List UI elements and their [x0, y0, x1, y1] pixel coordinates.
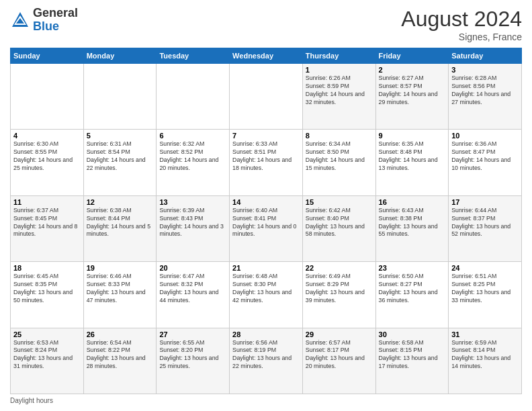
day-info: Sunrise: 6:38 AMSunset: 8:44 PMDaylight:…	[87, 207, 154, 239]
day-info: Sunrise: 6:55 AMSunset: 8:20 PMDaylight:…	[159, 339, 226, 371]
day-info: Sunrise: 6:26 AMSunset: 8:59 PMDaylight:…	[306, 75, 373, 107]
day-number: 12	[87, 198, 154, 206]
calendar-cell: 31Sunrise: 6:59 AMSunset: 8:14 PMDayligh…	[449, 328, 522, 394]
calendar-cell: 11Sunrise: 6:37 AMSunset: 8:45 PMDayligh…	[11, 195, 84, 261]
logo-text: General Blue	[33, 7, 78, 34]
calendar-cell	[157, 64, 230, 130]
calendar-cell: 20Sunrise: 6:47 AMSunset: 8:32 PMDayligh…	[157, 262, 230, 328]
day-info: Sunrise: 6:50 AMSunset: 8:27 PMDaylight:…	[379, 273, 446, 305]
day-info: Sunrise: 6:44 AMSunset: 8:37 PMDaylight:…	[451, 207, 519, 239]
day-number: 16	[379, 198, 446, 206]
location: Signes, France	[401, 32, 522, 42]
day-number: 9	[379, 132, 446, 140]
day-info: Sunrise: 6:40 AMSunset: 8:41 PMDaylight:…	[232, 207, 300, 239]
calendar-header-wednesday: Wednesday	[230, 48, 303, 64]
day-number: 29	[306, 330, 373, 338]
day-number: 26	[87, 330, 154, 338]
day-info: Sunrise: 6:58 AMSunset: 8:15 PMDaylight:…	[379, 339, 446, 371]
day-info: Sunrise: 6:39 AMSunset: 8:43 PMDaylight:…	[159, 207, 226, 239]
day-number: 21	[232, 264, 300, 272]
calendar-header-friday: Friday	[375, 48, 449, 64]
calendar-cell: 7Sunrise: 6:33 AMSunset: 8:51 PMDaylight…	[230, 130, 303, 195]
day-info: Sunrise: 6:37 AMSunset: 8:45 PMDaylight:…	[13, 207, 81, 239]
day-info: Sunrise: 6:54 AMSunset: 8:22 PMDaylight:…	[87, 339, 154, 371]
footer-note: Daylight hours	[10, 397, 522, 404]
calendar-cell	[83, 64, 157, 130]
day-number: 22	[306, 264, 373, 272]
day-info: Sunrise: 6:42 AMSunset: 8:40 PMDaylight:…	[306, 207, 373, 239]
calendar-cell: 26Sunrise: 6:54 AMSunset: 8:22 PMDayligh…	[83, 328, 157, 394]
day-info: Sunrise: 6:47 AMSunset: 8:32 PMDaylight:…	[159, 273, 226, 305]
calendar-cell: 24Sunrise: 6:51 AMSunset: 8:25 PMDayligh…	[449, 262, 522, 328]
day-info: Sunrise: 6:57 AMSunset: 8:17 PMDaylight:…	[306, 339, 373, 371]
calendar-header-row: SundayMondayTuesdayWednesdayThursdayFrid…	[11, 48, 522, 64]
logo-general: General	[33, 6, 78, 19]
calendar-cell: 2Sunrise: 6:27 AMSunset: 8:57 PMDaylight…	[375, 64, 449, 130]
day-number: 23	[379, 264, 446, 272]
calendar-week-5: 25Sunrise: 6:53 AMSunset: 8:24 PMDayligh…	[11, 328, 522, 394]
calendar-week-3: 11Sunrise: 6:37 AMSunset: 8:45 PMDayligh…	[11, 195, 522, 261]
day-number: 18	[13, 264, 81, 272]
day-number: 10	[451, 132, 519, 140]
day-number: 28	[232, 330, 300, 338]
day-info: Sunrise: 6:34 AMSunset: 8:50 PMDaylight:…	[306, 140, 373, 173]
day-number: 13	[159, 198, 226, 206]
calendar-cell: 8Sunrise: 6:34 AMSunset: 8:50 PMDaylight…	[302, 130, 375, 195]
calendar-header-saturday: Saturday	[449, 48, 522, 64]
day-info: Sunrise: 6:28 AMSunset: 8:56 PMDaylight:…	[451, 75, 519, 107]
day-number: 11	[13, 198, 81, 206]
day-info: Sunrise: 6:32 AMSunset: 8:52 PMDaylight:…	[159, 140, 226, 173]
calendar-header-thursday: Thursday	[302, 48, 375, 64]
logo-blue: Blue	[33, 19, 59, 33]
day-number: 14	[232, 198, 300, 206]
calendar-cell	[230, 64, 303, 130]
calendar-cell: 13Sunrise: 6:39 AMSunset: 8:43 PMDayligh…	[157, 195, 230, 261]
day-number: 19	[87, 264, 154, 272]
day-info: Sunrise: 6:43 AMSunset: 8:38 PMDaylight:…	[379, 207, 446, 239]
calendar-header-monday: Monday	[83, 48, 157, 64]
day-info: Sunrise: 6:51 AMSunset: 8:25 PMDaylight:…	[451, 273, 519, 305]
calendar-cell: 10Sunrise: 6:36 AMSunset: 8:47 PMDayligh…	[449, 130, 522, 195]
day-info: Sunrise: 6:27 AMSunset: 8:57 PMDaylight:…	[379, 75, 446, 107]
day-number: 1	[306, 66, 373, 74]
day-info: Sunrise: 6:36 AMSunset: 8:47 PMDaylight:…	[451, 140, 519, 173]
calendar-week-1: 1Sunrise: 6:26 AMSunset: 8:59 PMDaylight…	[11, 64, 522, 130]
day-info: Sunrise: 6:46 AMSunset: 8:33 PMDaylight:…	[87, 273, 154, 305]
day-number: 25	[13, 330, 81, 338]
day-number: 27	[159, 330, 226, 338]
calendar-header-tuesday: Tuesday	[157, 48, 230, 64]
day-number: 24	[451, 264, 519, 272]
calendar-cell: 3Sunrise: 6:28 AMSunset: 8:56 PMDaylight…	[449, 64, 522, 130]
day-number: 7	[232, 132, 300, 140]
logo: General Blue	[10, 7, 78, 34]
day-info: Sunrise: 6:49 AMSunset: 8:29 PMDaylight:…	[306, 273, 373, 305]
calendar-cell: 5Sunrise: 6:31 AMSunset: 8:54 PMDaylight…	[83, 130, 157, 195]
calendar-header-sunday: Sunday	[11, 48, 84, 64]
calendar-cell: 21Sunrise: 6:48 AMSunset: 8:30 PMDayligh…	[230, 262, 303, 328]
calendar-cell: 4Sunrise: 6:30 AMSunset: 8:55 PMDaylight…	[11, 130, 84, 195]
day-number: 5	[87, 132, 154, 140]
calendar-cell: 25Sunrise: 6:53 AMSunset: 8:24 PMDayligh…	[11, 328, 84, 394]
calendar-cell: 27Sunrise: 6:55 AMSunset: 8:20 PMDayligh…	[157, 328, 230, 394]
page: General Blue August 2024 Signes, France …	[0, 0, 532, 411]
day-info: Sunrise: 6:48 AMSunset: 8:30 PMDaylight:…	[232, 273, 300, 305]
day-number: 4	[13, 132, 81, 140]
calendar-cell: 22Sunrise: 6:49 AMSunset: 8:29 PMDayligh…	[302, 262, 375, 328]
day-info: Sunrise: 6:31 AMSunset: 8:54 PMDaylight:…	[87, 140, 154, 173]
header: General Blue August 2024 Signes, France	[10, 7, 522, 42]
calendar-cell: 12Sunrise: 6:38 AMSunset: 8:44 PMDayligh…	[83, 195, 157, 261]
day-info: Sunrise: 6:45 AMSunset: 8:35 PMDaylight:…	[13, 273, 81, 305]
day-number: 17	[451, 198, 519, 206]
calendar-cell: 9Sunrise: 6:35 AMSunset: 8:48 PMDaylight…	[375, 130, 449, 195]
day-number: 30	[379, 330, 446, 338]
day-info: Sunrise: 6:53 AMSunset: 8:24 PMDaylight:…	[13, 339, 81, 371]
calendar-cell: 6Sunrise: 6:32 AMSunset: 8:52 PMDaylight…	[157, 130, 230, 195]
month-year: August 2024	[401, 7, 522, 32]
day-number: 6	[159, 132, 226, 140]
calendar-cell: 29Sunrise: 6:57 AMSunset: 8:17 PMDayligh…	[302, 328, 375, 394]
calendar-cell: 1Sunrise: 6:26 AMSunset: 8:59 PMDaylight…	[302, 64, 375, 130]
day-number: 3	[451, 66, 519, 74]
calendar-cell: 16Sunrise: 6:43 AMSunset: 8:38 PMDayligh…	[375, 195, 449, 261]
logo-icon	[10, 10, 30, 30]
calendar-cell: 18Sunrise: 6:45 AMSunset: 8:35 PMDayligh…	[11, 262, 84, 328]
